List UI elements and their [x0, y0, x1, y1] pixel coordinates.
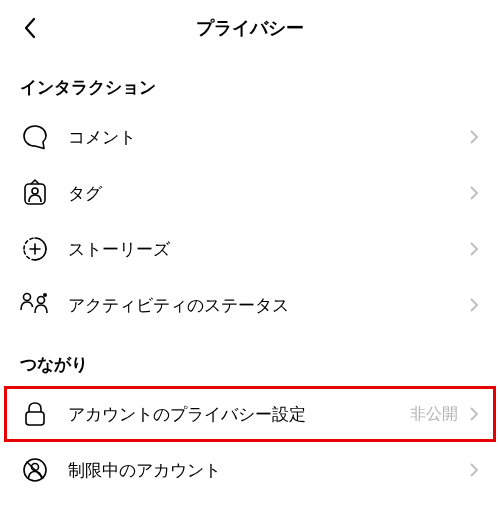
- svg-rect-5: [26, 412, 44, 425]
- restricted-icon: [20, 455, 50, 485]
- menu-label: アクティビティのステータス: [68, 294, 468, 317]
- section-title-interaction: インタラクション: [0, 56, 500, 109]
- chevron-right-icon: [468, 297, 480, 313]
- chevron-right-icon: [468, 406, 480, 422]
- menu-item-activity-status[interactable]: アクティビティのステータス: [0, 277, 500, 333]
- svg-point-4: [43, 293, 47, 297]
- menu-label: 制限中のアカウント: [68, 459, 468, 482]
- menu-item-stories[interactable]: ストーリーズ: [0, 221, 500, 277]
- section-title-connection: つながり: [0, 333, 500, 386]
- chevron-right-icon: [468, 462, 480, 478]
- svg-point-1: [32, 188, 38, 194]
- lock-icon: [20, 399, 50, 429]
- menu-value: 非公開: [410, 404, 458, 425]
- chevron-right-icon: [468, 185, 480, 201]
- menu-item-restricted-accounts[interactable]: 制限中のアカウント: [0, 442, 500, 498]
- chevron-left-icon: [23, 17, 37, 39]
- menu-item-account-privacy[interactable]: アカウントのプライバシー設定 非公開: [4, 386, 496, 442]
- header: プライバシー: [0, 0, 500, 56]
- svg-point-3: [38, 297, 45, 304]
- svg-point-2: [24, 294, 31, 301]
- chevron-right-icon: [468, 129, 480, 145]
- page-title: プライバシー: [196, 16, 304, 40]
- menu-label: アカウントのプライバシー設定: [68, 403, 410, 426]
- tag-icon: [20, 178, 50, 208]
- comment-icon: [20, 122, 50, 152]
- activity-status-icon: [20, 290, 50, 320]
- menu-label: ストーリーズ: [68, 238, 468, 261]
- chevron-right-icon: [468, 241, 480, 257]
- stories-icon: [20, 234, 50, 264]
- menu-label: コメント: [68, 126, 468, 149]
- menu-item-tags[interactable]: タグ: [0, 165, 500, 221]
- menu-item-comments[interactable]: コメント: [0, 109, 500, 165]
- back-button[interactable]: [16, 14, 44, 42]
- menu-label: タグ: [68, 182, 468, 205]
